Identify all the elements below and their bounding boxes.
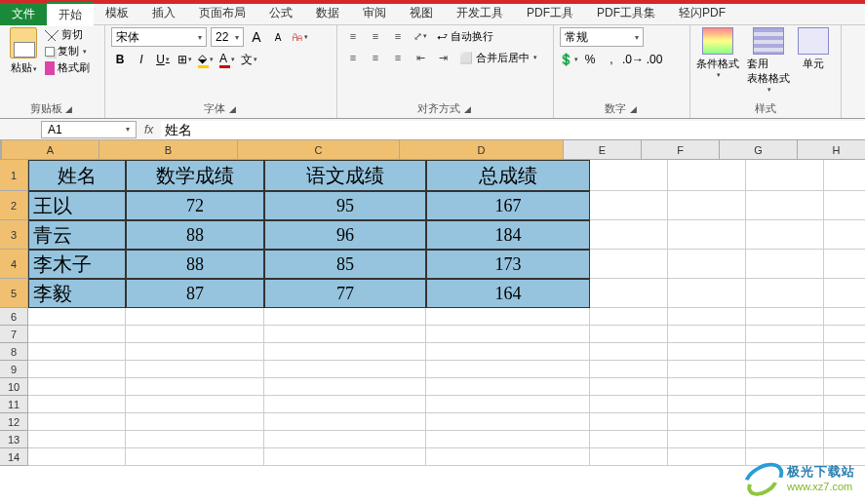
cell[interactable] — [668, 220, 746, 250]
decrease-decimal-button[interactable]: .00 — [646, 51, 663, 68]
indent-dec-button[interactable]: ⇤ — [411, 49, 430, 66]
cell[interactable] — [824, 431, 865, 448]
name-box[interactable]: A1▾ — [41, 121, 137, 138]
cell[interactable] — [590, 326, 668, 343]
cell[interactable] — [590, 413, 668, 431]
currency-button[interactable]: 💲▾ — [560, 51, 577, 68]
cell[interactable]: 88 — [126, 220, 264, 250]
column-header[interactable]: C — [238, 140, 400, 160]
cell[interactable] — [824, 191, 865, 220]
cell[interactable] — [668, 326, 746, 343]
cell[interactable] — [264, 326, 426, 343]
cell[interactable] — [126, 308, 264, 326]
cell[interactable] — [426, 308, 590, 326]
cell-style-button[interactable]: 单元 — [798, 27, 829, 94]
indent-inc-button[interactable]: ⇥ — [433, 49, 452, 66]
cell[interactable] — [746, 279, 824, 308]
cell[interactable] — [824, 326, 865, 343]
cell[interactable] — [824, 343, 865, 361]
cell[interactable] — [590, 448, 668, 466]
cell[interactable]: 数学成绩 — [126, 160, 264, 191]
cell[interactable] — [126, 448, 264, 466]
cell[interactable]: 77 — [264, 279, 426, 308]
dialog-launcher-icon[interactable]: ◢ — [630, 104, 639, 114]
cell[interactable] — [426, 378, 590, 396]
merge-center-button[interactable]: ⬜合并后居中▾ — [455, 50, 541, 66]
table-format-button[interactable]: 套用 表格格式▾ — [747, 27, 790, 94]
cell[interactable] — [426, 343, 590, 361]
comma-button[interactable]: , — [603, 51, 620, 68]
cell[interactable] — [426, 431, 590, 448]
cell[interactable] — [590, 308, 668, 326]
cell[interactable] — [590, 279, 668, 308]
cell[interactable] — [746, 396, 824, 413]
cell[interactable] — [126, 431, 264, 448]
cell[interactable] — [590, 431, 668, 448]
phonetic-button[interactable]: 文▾ — [240, 51, 257, 68]
cell[interactable] — [746, 343, 824, 361]
cell[interactable] — [668, 448, 746, 466]
wrap-text-button[interactable]: ⮐自动换行 — [433, 28, 497, 45]
cell[interactable] — [668, 431, 746, 448]
cell[interactable] — [590, 160, 668, 191]
align-bottom-button[interactable]: ≡ — [388, 27, 408, 45]
border-button[interactable]: ⊞▾ — [176, 51, 193, 68]
cell[interactable] — [668, 160, 746, 191]
row-header[interactable]: 9 — [0, 361, 28, 378]
conditional-format-button[interactable]: 条件格式▾ — [696, 27, 739, 94]
cell[interactable] — [824, 308, 865, 326]
cell[interactable] — [28, 308, 126, 326]
column-header[interactable]: G — [720, 140, 798, 160]
cell[interactable]: 总成绩 — [426, 160, 590, 191]
cell[interactable] — [264, 378, 426, 396]
number-format-combo[interactable]: 常规▾ — [560, 27, 644, 47]
row-header[interactable]: 2 — [0, 191, 28, 220]
menu-tab-9[interactable]: PDF工具 — [515, 2, 585, 26]
cell[interactable] — [668, 308, 746, 326]
cell[interactable] — [746, 160, 824, 191]
font-color-button[interactable]: A▾ — [218, 51, 236, 68]
dialog-launcher-icon[interactable]: ◢ — [65, 104, 74, 114]
row-header[interactable]: 11 — [0, 396, 28, 413]
column-header[interactable]: H — [798, 140, 865, 160]
cell[interactable] — [126, 413, 264, 431]
cell[interactable] — [264, 361, 426, 378]
cell[interactable] — [668, 413, 746, 431]
row-header[interactable]: 3 — [0, 220, 28, 250]
cell[interactable] — [746, 413, 824, 431]
cell[interactable]: 95 — [264, 191, 426, 220]
cell[interactable] — [426, 396, 590, 413]
cell[interactable] — [264, 431, 426, 448]
font-name-combo[interactable]: 宋体▾ — [111, 27, 207, 47]
cell[interactable] — [264, 308, 426, 326]
cell[interactable] — [28, 326, 126, 343]
align-middle-button[interactable]: ≡ — [366, 27, 385, 45]
cell[interactable] — [746, 361, 824, 378]
column-header[interactable]: F — [642, 140, 720, 160]
menu-tab-8[interactable]: 开发工具 — [445, 2, 515, 26]
cell[interactable]: 72 — [126, 191, 264, 220]
row-header[interactable]: 13 — [0, 431, 28, 448]
cell[interactable] — [264, 448, 426, 466]
cell[interactable] — [28, 396, 126, 413]
row-header[interactable]: 4 — [0, 250, 28, 279]
cell[interactable]: 姓名 — [28, 160, 126, 191]
orientation-button[interactable]: ⤢▾ — [411, 27, 430, 45]
cell[interactable]: 173 — [426, 250, 590, 279]
row-header[interactable]: 14 — [0, 448, 28, 466]
column-header[interactable]: D — [400, 140, 564, 160]
menu-tab-7[interactable]: 视图 — [398, 2, 445, 26]
cell[interactable] — [590, 250, 668, 279]
cell[interactable] — [126, 378, 264, 396]
align-right-button[interactable]: ≡ — [388, 49, 408, 66]
dialog-launcher-icon[interactable]: ◢ — [229, 104, 238, 114]
cell[interactable] — [824, 279, 865, 308]
row-header[interactable]: 5 — [0, 279, 28, 308]
cell[interactable] — [668, 343, 746, 361]
cell[interactable]: 87 — [126, 279, 264, 308]
cell[interactable] — [824, 250, 865, 279]
cell[interactable] — [746, 431, 824, 448]
cell[interactable] — [746, 191, 824, 220]
cell[interactable] — [426, 361, 590, 378]
font-size-combo[interactable]: 22▾ — [211, 27, 244, 47]
